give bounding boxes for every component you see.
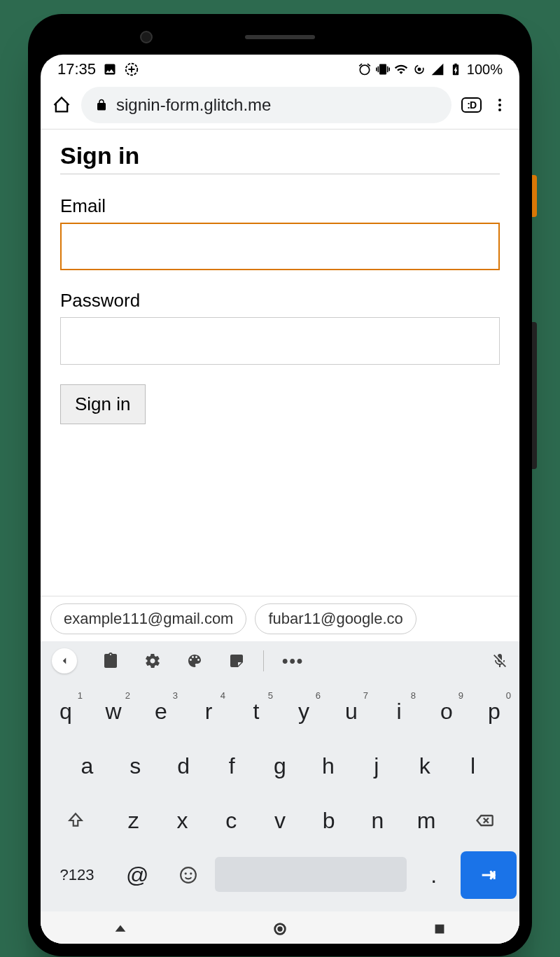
key-n[interactable]: n	[355, 797, 401, 844]
period-key[interactable]: .	[410, 851, 458, 899]
autofill-suggestions: example111@gmail.com fubar11@google.co	[41, 596, 519, 641]
key-o[interactable]: o9	[424, 687, 469, 735]
key-y[interactable]: y6	[281, 687, 326, 735]
svg-point-7	[184, 872, 186, 874]
front-camera	[140, 31, 153, 43]
symbols-key[interactable]: ?123	[43, 851, 111, 899]
screen: 17:35 100% signin-form.glitch.me :D	[41, 55, 519, 944]
spacebar-key[interactable]	[215, 857, 407, 892]
recent-nav-icon[interactable]	[432, 921, 447, 937]
key-t[interactable]: t5	[234, 687, 279, 735]
phone-frame: 17:35 100% signin-form.glitch.me :D	[28, 14, 532, 956]
alarm-icon	[358, 62, 372, 76]
keyboard: q1w2e3r4t5y6u7i8o9p0 asdfghjkl zxcvbnm ?…	[41, 680, 519, 911]
divider	[263, 650, 264, 671]
lock-icon	[95, 99, 108, 111]
email-input[interactable]	[60, 223, 500, 270]
data-saver-icon	[124, 62, 139, 77]
key-x[interactable]: x	[160, 797, 206, 844]
key-v[interactable]: v	[257, 797, 303, 844]
svg-point-3	[498, 99, 501, 102]
signin-button[interactable]: Sign in	[60, 384, 146, 424]
enter-key[interactable]	[461, 851, 517, 899]
key-h[interactable]: h	[305, 742, 351, 790]
svg-point-8	[190, 872, 192, 874]
more-options-icon[interactable]: •••	[282, 651, 304, 671]
key-i[interactable]: i8	[377, 687, 421, 735]
key-l[interactable]: l	[450, 742, 496, 790]
password-label: Password	[60, 290, 500, 312]
svg-point-6	[181, 867, 196, 883]
status-bar: 17:35 100%	[41, 55, 519, 81]
clipboard-icon[interactable]	[102, 652, 119, 669]
keyboard-area: example111@gmail.com fubar11@google.co •…	[41, 596, 519, 944]
page-content: Sign in Email Password Sign in	[41, 130, 519, 596]
key-r[interactable]: r4	[186, 687, 231, 735]
browser-bar: signin-form.glitch.me :D	[41, 81, 519, 130]
svg-rect-11	[435, 925, 444, 934]
key-m[interactable]: m	[403, 797, 449, 844]
image-icon	[103, 62, 117, 76]
key-z[interactable]: z	[111, 797, 157, 844]
key-p[interactable]: p0	[472, 687, 517, 735]
more-icon[interactable]	[491, 97, 508, 113]
chevron-left-icon[interactable]	[52, 648, 77, 673]
svg-point-4	[498, 104, 501, 106]
status-time: 17:35	[57, 60, 96, 78]
back-nav-icon[interactable]	[113, 921, 128, 937]
email-label: Email	[60, 195, 500, 217]
emoji-key[interactable]	[164, 851, 213, 899]
wifi-icon	[394, 62, 408, 76]
signal-icon	[430, 62, 444, 76]
battery-percent: 100%	[467, 62, 503, 78]
key-w[interactable]: w2	[91, 687, 136, 735]
battery-icon	[449, 62, 463, 76]
key-k[interactable]: k	[402, 742, 447, 790]
suggestion-chip[interactable]: fubar11@google.co	[255, 603, 416, 634]
tabs-button[interactable]: :D	[461, 97, 482, 113]
at-key[interactable]: @	[113, 851, 162, 899]
key-b[interactable]: b	[306, 797, 352, 844]
key-g[interactable]: g	[258, 742, 303, 790]
key-j[interactable]: j	[354, 742, 399, 790]
vibrate-icon	[376, 62, 390, 76]
speaker-grille	[245, 35, 315, 39]
home-nav-icon[interactable]	[272, 921, 288, 937]
suggestion-chip[interactable]: example111@gmail.com	[50, 603, 246, 634]
url-text: signin-form.glitch.me	[116, 95, 271, 115]
key-q[interactable]: q1	[43, 687, 88, 735]
backspace-key[interactable]	[452, 797, 517, 844]
mic-off-icon[interactable]	[491, 652, 508, 669]
svg-point-10	[277, 926, 282, 931]
key-f[interactable]: f	[209, 742, 255, 790]
palette-icon[interactable]	[186, 652, 203, 669]
key-s[interactable]: s	[113, 742, 158, 790]
url-bar[interactable]: signin-form.glitch.me	[81, 87, 451, 123]
sticker-icon[interactable]	[228, 652, 245, 669]
key-u[interactable]: u7	[329, 687, 374, 735]
svg-point-5	[498, 109, 501, 111]
keyboard-toolbar: •••	[41, 641, 519, 680]
key-a[interactable]: a	[64, 742, 110, 790]
key-e[interactable]: e3	[139, 687, 183, 735]
password-input[interactable]	[60, 317, 500, 365]
android-nav-bar	[41, 911, 519, 944]
key-c[interactable]: c	[208, 797, 254, 844]
home-icon[interactable]	[52, 95, 71, 115]
gear-icon[interactable]	[144, 652, 161, 669]
page-title: Sign in	[60, 142, 500, 174]
shift-key[interactable]	[43, 797, 108, 844]
svg-point-1	[417, 68, 421, 71]
hotspot-icon	[412, 62, 426, 76]
key-d[interactable]: d	[161, 742, 206, 790]
